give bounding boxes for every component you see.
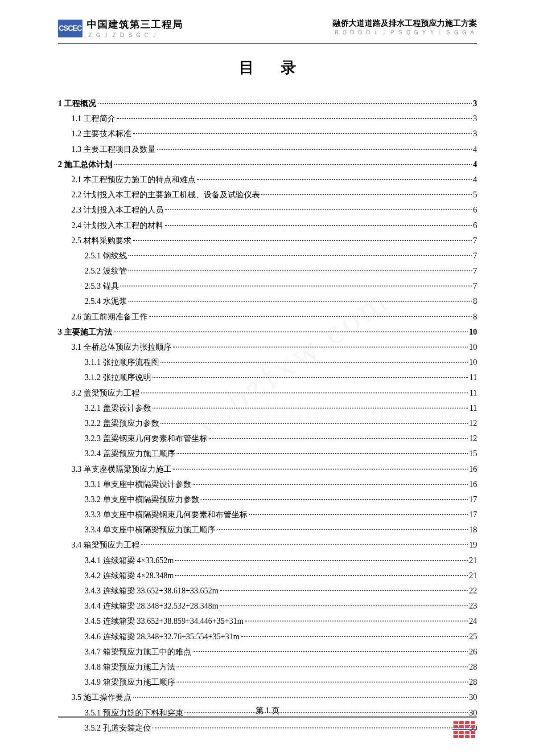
toc-leader-dots <box>209 438 468 439</box>
toc-leader-dots <box>193 484 468 485</box>
toc-entry-page: 25 <box>469 629 477 644</box>
toc-leader-dots <box>160 362 468 363</box>
toc-entry-label: 3.3 单支座横隔梁预应力施工 <box>71 462 172 477</box>
toc-leader-dots <box>114 331 468 332</box>
toc-leader-dots <box>141 392 468 393</box>
company-name: 中国建筑第三工程局 <box>87 18 183 31</box>
toc-leader-dots <box>120 286 472 286</box>
toc-entry: 1.1 工程简介3 <box>71 111 477 126</box>
company-pinyin: ＺＧＪＺＤＳＧＣＪ <box>87 31 183 39</box>
toc-leader-dots <box>249 514 468 515</box>
toc-entry: 3.4.1 连续箱梁 4×33.652m21 <box>85 553 477 568</box>
toc-entry-page: 26 <box>469 644 477 659</box>
toc-entry-label: 3.4.7 箱梁预应力施工中的难点 <box>85 644 191 659</box>
toc-entry-page: 7 <box>473 278 477 294</box>
toc-leader-dots <box>133 697 468 698</box>
toc-entry: 3.4.3 连续箱梁 33.652+38.618+33.652m22 <box>85 583 477 598</box>
toc-entry-label: 3.2.2 盖梁预应力参数 <box>85 416 159 431</box>
toc-leader-dots <box>160 423 468 424</box>
toc-entry-page: 4 <box>473 157 477 172</box>
toc-entry-label: 3.1.2 张拉顺序说明 <box>85 370 151 385</box>
toc-entry-page: 6 <box>473 218 477 233</box>
svg-rect-12 <box>453 735 458 738</box>
company-logo-icon: CSCEC <box>58 20 82 37</box>
toc-entry: 3.3.3 单支座中横隔梁钢束几何要素和布管坐标17 <box>85 507 477 522</box>
toc-entry-page: 7 <box>473 248 477 263</box>
toc-entry: 3.4.6 连续箱梁 28.348+32.76+35.554+35+31m25 <box>85 629 477 644</box>
toc-leader-dots <box>152 408 468 409</box>
toc-entry-label: 2.2 计划投入本工程的主要施工机械、设备及试验仪表 <box>71 187 260 202</box>
toc-entry-label: 3.4.5 连续箱梁 33.652+38.859+34.446+35+31m <box>85 613 243 629</box>
toc-entry: 2.5 材料采购要求7 <box>71 233 477 248</box>
svg-rect-9 <box>459 731 464 734</box>
toc-entry-page: 8 <box>473 309 477 324</box>
table-of-contents: 1 工程概况31.1 工程简介31.2 主要技术标准31.3 主要工程项目及数量… <box>58 96 477 736</box>
toc-entry: 3.4.5 连续箱梁 33.652+38.859+34.446+35+31m24 <box>85 613 477 629</box>
toc-leader-dots <box>141 544 468 545</box>
svg-rect-7 <box>471 725 475 728</box>
svg-rect-4 <box>453 725 458 728</box>
toc-entry: 3.2.3 盖梁钢束几何要素和布管坐标12 <box>85 431 477 446</box>
toc-entry-page: 16 <box>469 462 477 477</box>
toc-leader-dots <box>149 316 472 317</box>
toc-entry: 2.2 计划投入本工程的主要施工机械、设备及试验仪表5 <box>71 187 477 202</box>
toc-entry-page: 6 <box>473 202 477 217</box>
toc-leader-dots <box>165 209 472 210</box>
toc-leader-dots <box>177 682 468 682</box>
toc-leader-dots <box>133 240 472 241</box>
toc-entry-label: 3.2.4 盖梁预应力施工顺序 <box>85 446 175 461</box>
toc-entry-page: 15 <box>469 446 477 461</box>
toc-entry-label: 3.3.1 单支座中横隔梁设计参数 <box>85 477 191 492</box>
toc-entry-page: 4 <box>473 142 477 157</box>
svg-rect-15 <box>471 735 475 738</box>
toc-entry: 3.3.2 单支座中横隔梁预应力参数17 <box>85 492 477 507</box>
toc-entry: 2.5.1 钢绞线7 <box>85 248 477 263</box>
toc-entry-page: 28 <box>469 674 477 690</box>
header-left: CSCEC 中国建筑第三工程局 ＺＧＪＺＤＳＧＣＪ <box>58 18 183 39</box>
toc-entry-label: 2 施工总体计划 <box>58 157 112 172</box>
svg-rect-16 <box>453 729 477 730</box>
toc-entry-page: 3 <box>473 126 477 141</box>
toc-entry-label: 3.4.2 连续箱梁 4×28.348m <box>85 568 174 583</box>
toc-entry-label: 3.4.8 箱梁预应力施工方法 <box>85 659 175 674</box>
toc-leader-dots <box>128 301 472 302</box>
toc-leader-dots <box>177 453 468 454</box>
toc-leader-dots <box>133 133 472 134</box>
toc-entry: 3.2.1 盖梁设计参数11 <box>85 400 477 416</box>
svg-rect-3 <box>471 721 475 724</box>
toc-entry-label: 3.4.3 连续箱梁 33.652+38.618+33.652m <box>85 583 218 598</box>
toc-leader-dots <box>152 377 468 378</box>
toc-leader-dots <box>185 712 468 713</box>
svg-rect-13 <box>459 735 464 738</box>
toc-entry-label: 3.4.1 连续箱梁 4×33.652m <box>85 553 174 568</box>
toc-entry-page: 24 <box>469 613 477 629</box>
toc-leader-dots <box>173 469 468 470</box>
document-title: 融侨大道道路及排水工程预应力施工方案 <box>333 18 477 29</box>
toc-entry: 3.4.4 连续箱梁 28.348+32.532+28.348m23 <box>85 598 477 613</box>
toc-entry: 2.5.4 水泥浆8 <box>85 294 477 309</box>
toc-entry-page: 21 <box>469 568 477 583</box>
toc-leader-dots <box>177 666 468 667</box>
toc-leader-dots <box>117 118 472 119</box>
toc-entry-label: 1.1 工程简介 <box>71 111 115 126</box>
header-right: 融侨大道道路及排水工程预应力施工方案 ＲＱＤＤＤＬＪＰＳＱＧＹＹＬＳＧＧＡ <box>333 18 477 37</box>
toc-entry-page: 30 <box>469 690 477 705</box>
toc-entry-label: 3 主要施工方法 <box>58 324 112 339</box>
toc-entry: 3.4.2 连续箱梁 4×28.348m21 <box>85 568 477 583</box>
toc-entry: 2.6 施工前期准备工作8 <box>71 309 477 324</box>
toc-entry-label: 3.1 全桥总体预应力张拉顺序 <box>71 339 172 355</box>
toc-entry-label: 1.2 主要技术标准 <box>71 126 132 141</box>
toc-entry-page: 18 <box>469 522 477 537</box>
toc-leader-dots <box>193 651 468 652</box>
toc-entry-page: 11 <box>469 385 477 400</box>
toc-leader-dots <box>128 255 472 256</box>
toc-entry-page: 7 <box>473 263 477 278</box>
toc-entry-page: 12 <box>469 416 477 431</box>
toc-entry-page: 17 <box>469 507 477 522</box>
svg-rect-11 <box>471 731 475 734</box>
toc-entry-page: 4 <box>473 172 477 187</box>
toc-entry: 2.1 本工程预应力施工的特点和难点4 <box>71 172 477 187</box>
toc-entry-page: 10 <box>469 324 477 339</box>
toc-entry-page: 17 <box>469 492 477 507</box>
toc-entry-label: 1.3 主要工程项目及数量 <box>71 142 156 157</box>
